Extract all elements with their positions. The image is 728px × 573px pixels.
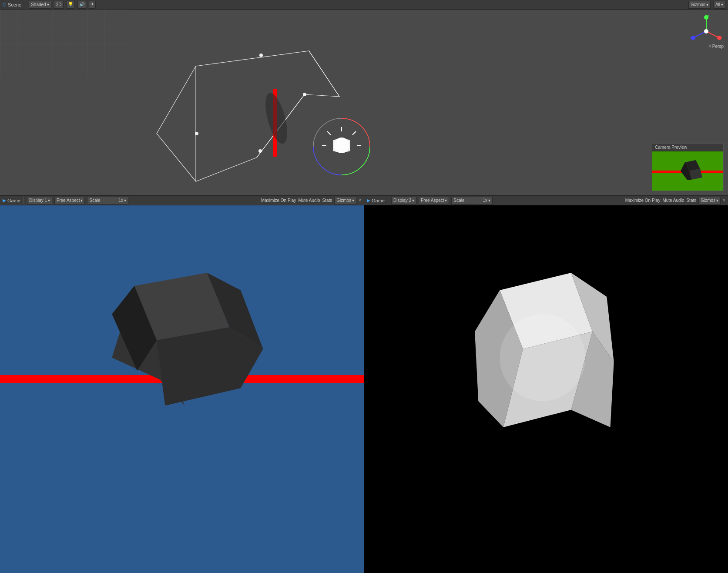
camera-gizmo: x y z < Persp [689, 14, 724, 49]
shading-label: Shaded [31, 2, 46, 7]
sep-2 [23, 197, 24, 204]
game-tab-2[interactable]: ▶ Game [367, 198, 385, 203]
chevron-g1: ▾ [352, 198, 354, 203]
svg-line-16 [352, 131, 356, 135]
scene-icon: ⬡ [3, 2, 7, 7]
camera-preview-viewport [652, 151, 723, 191]
svg-line-20 [706, 31, 719, 38]
chevron-d1: ▾ [48, 198, 50, 203]
chevron-s1: ▾ [124, 198, 126, 203]
gizmos-dropdown[interactable]: Gizmos ▾ [688, 1, 711, 9]
svg-point-11 [261, 91, 292, 146]
svg-line-26 [693, 31, 706, 38]
all-label: All [715, 2, 720, 7]
game-viewport-2[interactable] [364, 205, 728, 573]
fx-toggle-btn[interactable]: ✦ [89, 1, 96, 9]
scale2-label: Scale [453, 198, 464, 203]
scene-objects [0, 10, 728, 195]
close-panel-2[interactable]: × [723, 198, 725, 203]
gizmos-label: Gizmos [691, 2, 705, 7]
maximize-on-play-1[interactable]: Maximize On Play [261, 198, 296, 203]
maximize-on-play-2[interactable]: Maximize On Play [625, 198, 661, 203]
chevron-down-icon-3: ▾ [721, 2, 723, 7]
shading-dropdown[interactable]: Shaded ▾ [29, 1, 51, 9]
svg-point-7 [303, 93, 306, 96]
light-toggle-btn[interactable]: 💡 [66, 1, 75, 9]
svg-point-27 [691, 36, 695, 40]
toolbar-right: Gizmos ▾ All ▾ [688, 1, 725, 9]
svg-marker-14 [333, 138, 350, 153]
svg-point-8 [258, 149, 262, 153]
stats-1[interactable]: Stats [322, 198, 332, 203]
all-dropdown[interactable]: All ▾ [713, 1, 725, 9]
display1-dropdown[interactable]: Display 1 ▾ [27, 197, 52, 204]
gizmos2-dropdown[interactable]: Gizmos ▾ [698, 197, 721, 204]
display2-label: Display 2 [393, 198, 411, 203]
chevron-down-icon: ▾ [47, 2, 49, 7]
aspect2-dropdown[interactable]: Free Aspect ▾ [419, 197, 449, 204]
svg-line-5 [309, 51, 339, 97]
camera-preview-header: Camera Preview [652, 144, 723, 151]
2d-label: 2D [56, 2, 62, 7]
chevron-a1: ▾ [81, 198, 83, 203]
game-panel-2: ▶ Game Display 2 ▾ Free Aspect ▾ Scale 1… [364, 196, 728, 573]
chevron-down-icon-2: ▾ [706, 2, 708, 7]
gizmos2-label: Gizmos [701, 198, 715, 203]
display1-label: Display 1 [29, 198, 47, 203]
game-icon-2: ▶ [367, 198, 370, 203]
svg-point-29 [704, 29, 708, 34]
camera-preview: Camera Preview [652, 143, 724, 191]
chevron-a2: ▾ [445, 198, 447, 203]
close-panel-1[interactable]: × [359, 198, 361, 203]
scale1-label: Scale [89, 198, 100, 203]
scene-viewport[interactable]: x y z < Persp Camera Preview [0, 10, 728, 195]
scale2-dropdown[interactable]: Scale 1x ▾ [451, 197, 493, 204]
game-toolbar-1: ▶ Game Display 1 ▾ Free Aspect ▾ Scale 1… [0, 196, 364, 205]
stats-2[interactable]: Stats [686, 198, 696, 203]
game-tab-label-2: Game [372, 198, 385, 203]
separator-1 [25, 1, 25, 8]
chevron-g2: ▾ [716, 198, 718, 203]
svg-line-18 [327, 131, 331, 135]
persp-label: < Persp [708, 44, 724, 49]
gizmos1-label: Gizmos [336, 198, 351, 203]
svg-text:z: z [690, 36, 692, 40]
sep-3 [388, 197, 388, 204]
scene-tab[interactable]: ⬡ Scene [3, 2, 21, 7]
gizmos1-dropdown[interactable]: Gizmos ▾ [334, 197, 356, 204]
game-panel-1: ▶ Game Display 1 ▾ Free Aspect ▾ Scale 1… [0, 196, 364, 573]
svg-point-49 [500, 314, 585, 401]
game-toolbar-2: ▶ Game Display 2 ▾ Free Aspect ▾ Scale 1… [364, 196, 728, 205]
aspect2-label: Free Aspect [421, 198, 444, 203]
chevron-s2: ▾ [488, 198, 490, 203]
scene-panel: ⬡ Scene Shaded ▾ 2D 💡 🔊 ✦ Gizmos ▾ All ▾ [0, 0, 728, 196]
bottom-panels: ▶ Game Display 1 ▾ Free Aspect ▾ Scale 1… [0, 196, 728, 573]
scale1-dropdown[interactable]: Scale 1x ▾ [87, 197, 128, 204]
audio-toggle-btn[interactable]: 🔊 [77, 1, 86, 9]
scale1-value: 1x [118, 198, 123, 203]
svg-point-9 [195, 132, 198, 135]
mute-audio-2[interactable]: Mute Audio [662, 198, 684, 203]
display2-dropdown[interactable]: Display 2 ▾ [391, 197, 416, 204]
scene-toolbar: ⬡ Scene Shaded ▾ 2D 💡 🔊 ✦ Gizmos ▾ All ▾ [0, 0, 728, 10]
svg-text:y: y [707, 14, 709, 18]
game-tab-label-1: Game [7, 198, 20, 203]
camera-preview-label: Camera Preview [655, 145, 687, 150]
svg-point-6 [259, 54, 263, 57]
scale2-value: 1x [483, 198, 487, 203]
svg-marker-2 [157, 51, 339, 181]
game-icon-1: ▶ [3, 198, 6, 203]
2d-button[interactable]: 2D [54, 1, 64, 9]
aspect1-dropdown[interactable]: Free Aspect ▾ [54, 197, 85, 204]
svg-text:x: x [720, 36, 722, 40]
game-tab-1[interactable]: ▶ Game [3, 198, 20, 203]
game-viewport-1[interactable] [0, 205, 364, 573]
mute-audio-1[interactable]: Mute Audio [298, 198, 320, 203]
chevron-d2: ▾ [412, 198, 414, 203]
scene-tab-label: Scene [8, 2, 21, 7]
aspect1-label: Free Aspect [57, 198, 80, 203]
